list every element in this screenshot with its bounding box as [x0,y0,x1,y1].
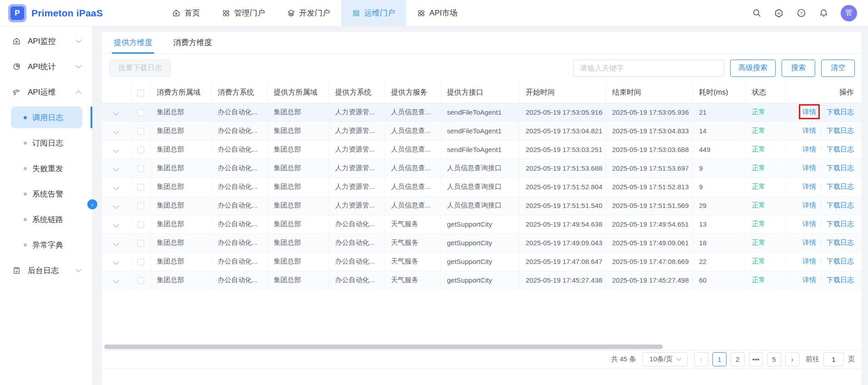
row-expand-icon[interactable] [113,259,119,265]
ai-icon[interactable]: AI [774,8,784,18]
sidebar-item-system-alerts[interactable]: 系统告警 [0,181,92,207]
detail-link[interactable]: 详情 [802,182,816,190]
sidebar-item-failed-resend[interactable]: 失败重发 [0,156,92,181]
detail-link[interactable]: 详情 [802,276,816,284]
row-checkbox[interactable] [137,165,144,172]
detail-link[interactable]: 详情 [802,201,816,209]
tab-provider-dimension[interactable]: 提供方维度 [114,32,152,53]
download-log-link[interactable]: 下载日志 [827,220,854,228]
help-icon[interactable]: ? [796,8,806,18]
nav-item-home[interactable]: 首页 [161,0,211,26]
advanced-search-button[interactable]: 高级搜索 [730,60,776,77]
download-log-link[interactable]: 下载日志 [827,108,854,116]
download-log-link[interactable]: 下载日志 [827,238,854,246]
scrollbar-thumb[interactable] [104,344,663,349]
pie-chart-icon [12,62,21,71]
detail-link[interactable]: 详情 [802,108,816,116]
nav-item-dev-portal[interactable]: 开发门户 [276,0,341,26]
download-log-link[interactable]: 下载日志 [827,164,854,172]
nav-item-api-market[interactable]: API市场 [406,0,468,26]
prev-page-button[interactable]: ‹ [694,352,708,366]
cell-consumer-domain: 集团总部 [150,233,211,252]
detail-link[interactable]: 详情 [802,238,816,246]
detail-link[interactable]: 详情 [802,220,816,228]
bullet-dot-icon [24,167,27,170]
row-checkbox[interactable] [137,240,144,247]
row-checkbox[interactable] [137,277,144,284]
page-size-select[interactable]: 10条/页 [642,352,688,366]
sidebar-collapse-button[interactable]: ‹ [87,199,97,209]
cell-consumer-domain: 集团总部 [150,196,211,215]
sidebar-item-exception-dict[interactable]: 异常字典 [0,232,92,258]
page-button-1[interactable]: 1 [712,352,727,366]
sidebar-item-backend-logs[interactable]: 后台日志 [0,258,92,283]
search-button[interactable]: 搜索 [782,60,815,77]
clear-button[interactable]: 清空 [821,60,855,77]
download-log-link[interactable]: 下载日志 [827,145,854,153]
sidebar-item-api-stats[interactable]: API统计 [0,54,92,79]
sidebar-item-api-ops[interactable]: API运维 [0,79,92,105]
row-expand-icon[interactable] [113,222,119,228]
row-checkbox[interactable] [137,258,144,265]
download-log-link[interactable]: 下载日志 [827,127,854,134]
row-expand-icon[interactable] [113,184,119,190]
detail-link[interactable]: 详情 [802,145,816,153]
cell-end-time: 2025-05-19 17:45:27.498 [606,271,692,289]
goto-suffix-label: 页 [848,355,855,364]
page-ellipsis-button[interactable]: ••• [749,352,763,366]
keyword-search-input[interactable] [573,60,724,77]
column-header: 提供方系统 [328,82,384,103]
tab-consumer-dimension[interactable]: 消费方维度 [173,32,212,53]
row-expand-icon[interactable] [113,166,119,172]
cell-provider-interface: sendFileToAgent1 [440,103,519,122]
page-button-2[interactable]: 2 [731,352,745,366]
row-expand-icon[interactable] [113,278,119,284]
download-log-link[interactable]: 下载日志 [827,182,854,190]
nav-item-admin-portal[interactable]: 管理门户 [211,0,276,26]
bell-icon[interactable] [818,8,828,18]
download-log-link[interactable]: 下载日志 [827,257,854,265]
column-header: 状态 [745,82,786,103]
table-row: 集团总部办公自动化...集团总部人力资源管...人员信息查...人员信息查询接口… [102,177,862,196]
batch-download-button[interactable]: 批量下载日志 [109,60,171,77]
page-button-5[interactable]: 5 [767,352,781,366]
row-expand-icon[interactable] [113,147,119,153]
sidebar-item-call-logs[interactable]: 调用日志 [0,105,92,130]
row-checkbox[interactable] [137,128,144,135]
row-expand-icon[interactable] [113,203,119,209]
row-checkbox[interactable] [137,147,144,153]
horizontal-scrollbar [102,344,862,350]
cell-consumer-system: 办公自动化... [211,233,267,252]
cell-consumer-system: 办公自动化... [211,122,267,140]
detail-link[interactable]: 详情 [802,164,816,172]
nav-item-ops-portal[interactable]: 运维门户 [341,0,406,26]
sidebar-item-api-monitor[interactable]: API监控 [0,28,92,54]
detail-link[interactable]: 详情 [802,127,816,134]
row-checkbox[interactable] [137,109,144,116]
row-checkbox[interactable] [137,221,144,228]
goto-page-input[interactable] [823,352,844,366]
download-log-link[interactable]: 下载日志 [827,201,854,209]
primary-nav: 首页 管理门户 开发门户 运维门户 API市场 [161,0,468,26]
sidebar-subitem-label: 异常字典 [32,240,63,250]
column-header: 耗时(ms) [692,82,745,103]
sidebar-item-subscribe-logs[interactable]: 订阅日志 [0,130,92,156]
cell-provider-system: 人力资源管... [328,159,384,177]
download-log-link[interactable]: 下载日志 [827,276,854,284]
row-expand-icon[interactable] [113,240,119,246]
monitor-icon [12,37,21,46]
row-expand-icon[interactable] [113,128,119,134]
user-avatar[interactable]: 管 [841,5,857,21]
table-row: 集团总部办公自动化...集团总部办公自动化...天气服务getSupportCi… [102,215,862,233]
nav-item-label: 管理门户 [234,8,265,18]
select-all-checkbox[interactable] [137,90,144,96]
sidebar-item-system-trace[interactable]: 系统链路 [0,207,92,232]
cell-start-time: 2025-05-19 17:53:03.251 [519,140,606,159]
row-checkbox[interactable] [137,184,144,191]
search-icon[interactable] [752,8,762,18]
next-page-button[interactable]: › [785,352,799,366]
row-checkbox[interactable] [137,203,144,209]
detail-link[interactable]: 详情 [802,257,816,265]
log-table-body: 集团总部办公自动化...集团总部人力资源管...人员信息查...sendFile… [102,103,862,289]
row-expand-icon[interactable] [113,110,119,116]
